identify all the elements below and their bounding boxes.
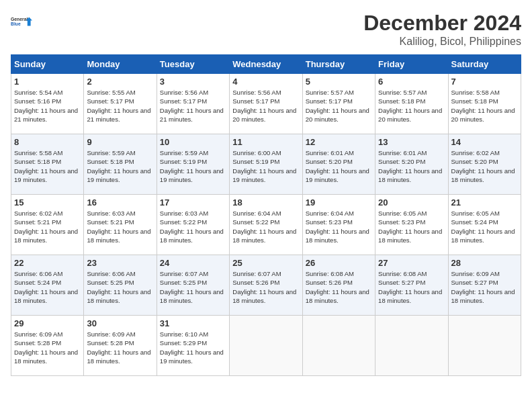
calendar-cell: 4Sunrise: 5:56 AMSunset: 5:17 PMDaylight…	[230, 74, 302, 134]
day-info: Sunrise: 6:03 AMSunset: 5:22 PMDaylight:…	[160, 209, 226, 244]
day-info: Sunrise: 6:08 AMSunset: 5:27 PMDaylight:…	[378, 269, 445, 305]
page-subtitle: Kaliliog, Bicol, Philippines	[363, 36, 521, 48]
day-info: Sunrise: 5:54 AMSunset: 5:16 PMDaylight:…	[14, 88, 81, 124]
calendar-cell: 29Sunrise: 6:09 AMSunset: 5:28 PMDayligh…	[11, 316, 84, 376]
day-info: Sunrise: 5:58 AMSunset: 5:18 PMDaylight:…	[14, 148, 81, 184]
calendar-week-row: 8Sunrise: 5:58 AMSunset: 5:18 PMDaylight…	[11, 134, 521, 195]
calendar-week-row: 29Sunrise: 6:09 AMSunset: 5:28 PMDayligh…	[11, 316, 521, 376]
day-number: 8	[14, 137, 81, 147]
calendar-cell: 23Sunrise: 6:06 AMSunset: 5:25 PMDayligh…	[84, 255, 157, 316]
day-info: Sunrise: 6:10 AMSunset: 5:29 PMDaylight:…	[160, 330, 226, 365]
calendar-cell: 24Sunrise: 6:07 AMSunset: 5:25 PMDayligh…	[157, 255, 229, 316]
day-info: Sunrise: 6:02 AMSunset: 5:20 PMDaylight:…	[451, 148, 518, 184]
day-number: 16	[87, 197, 153, 208]
day-info: Sunrise: 6:05 AMSunset: 5:24 PMDaylight:…	[451, 209, 518, 244]
page-title: December 2024	[363, 11, 521, 36]
day-number: 5	[306, 77, 372, 87]
day-number: 17	[160, 197, 226, 208]
calendar-cell: 15Sunrise: 6:02 AMSunset: 5:21 PMDayligh…	[11, 195, 84, 255]
calendar-week-row: 1Sunrise: 5:54 AMSunset: 5:16 PMDaylight…	[11, 74, 521, 134]
calendar-cell: 9Sunrise: 5:59 AMSunset: 5:18 PMDaylight…	[84, 134, 157, 195]
calendar-week-row: 15Sunrise: 6:02 AMSunset: 5:21 PMDayligh…	[11, 195, 521, 255]
calendar-cell: 20Sunrise: 6:05 AMSunset: 5:23 PMDayligh…	[375, 195, 448, 255]
calendar-cell: 30Sunrise: 6:09 AMSunset: 5:28 PMDayligh…	[84, 316, 157, 376]
day-number: 26	[306, 258, 372, 268]
col-wednesday: Wednesday	[230, 55, 302, 74]
col-thursday: Thursday	[302, 55, 375, 74]
day-number: 12	[306, 137, 372, 147]
day-number: 25	[232, 258, 299, 268]
day-info: Sunrise: 6:04 AMSunset: 5:23 PMDaylight:…	[306, 209, 372, 244]
calendar-cell: 18Sunrise: 6:04 AMSunset: 5:22 PMDayligh…	[230, 195, 302, 255]
day-info: Sunrise: 5:59 AMSunset: 5:18 PMDaylight:…	[87, 148, 153, 184]
svg-text:Blue: Blue	[11, 21, 21, 26]
day-info: Sunrise: 5:57 AMSunset: 5:18 PMDaylight:…	[378, 88, 445, 124]
calendar-cell: 12Sunrise: 6:01 AMSunset: 5:20 PMDayligh…	[302, 134, 375, 195]
col-saturday: Saturday	[448, 55, 521, 74]
day-info: Sunrise: 6:02 AMSunset: 5:21 PMDaylight:…	[14, 209, 81, 244]
calendar-cell: 26Sunrise: 6:08 AMSunset: 5:26 PMDayligh…	[302, 255, 375, 316]
logo-icon: GeneralBlue	[11, 11, 32, 32]
col-tuesday: Tuesday	[157, 55, 229, 74]
day-number: 21	[451, 197, 518, 208]
day-number: 20	[378, 197, 445, 208]
calendar-cell: 17Sunrise: 6:03 AMSunset: 5:22 PMDayligh…	[157, 195, 229, 255]
day-info: Sunrise: 5:56 AMSunset: 5:17 PMDaylight:…	[160, 88, 226, 124]
calendar-cell: 7Sunrise: 5:58 AMSunset: 5:18 PMDaylight…	[448, 74, 521, 134]
calendar-cell: 3Sunrise: 5:56 AMSunset: 5:17 PMDaylight…	[157, 74, 229, 134]
day-number: 31	[160, 318, 226, 328]
calendar-cell: 16Sunrise: 6:03 AMSunset: 5:21 PMDayligh…	[84, 195, 157, 255]
calendar-table: Sunday Monday Tuesday Wednesday Thursday…	[11, 54, 521, 376]
day-info: Sunrise: 6:05 AMSunset: 5:23 PMDaylight:…	[378, 209, 445, 244]
day-info: Sunrise: 6:01 AMSunset: 5:20 PMDaylight:…	[378, 148, 445, 184]
day-number: 18	[232, 197, 299, 208]
day-info: Sunrise: 6:06 AMSunset: 5:24 PMDaylight:…	[14, 269, 81, 305]
calendar-cell: 27Sunrise: 6:08 AMSunset: 5:27 PMDayligh…	[375, 255, 448, 316]
calendar-cell: 25Sunrise: 6:07 AMSunset: 5:26 PMDayligh…	[230, 255, 302, 316]
day-info: Sunrise: 5:58 AMSunset: 5:18 PMDaylight:…	[451, 88, 518, 124]
day-number: 9	[87, 137, 153, 147]
day-info: Sunrise: 5:56 AMSunset: 5:17 PMDaylight:…	[232, 88, 299, 124]
day-number: 23	[87, 258, 153, 268]
day-number: 7	[451, 77, 518, 87]
day-number: 29	[14, 318, 81, 328]
day-info: Sunrise: 6:00 AMSunset: 5:19 PMDaylight:…	[232, 148, 299, 184]
calendar-cell: 31Sunrise: 6:10 AMSunset: 5:29 PMDayligh…	[157, 316, 229, 376]
calendar-cell: 13Sunrise: 6:01 AMSunset: 5:20 PMDayligh…	[375, 134, 448, 195]
day-number: 27	[378, 258, 445, 268]
calendar-cell: 14Sunrise: 6:02 AMSunset: 5:20 PMDayligh…	[448, 134, 521, 195]
day-info: Sunrise: 6:03 AMSunset: 5:21 PMDaylight:…	[87, 209, 153, 244]
day-number: 11	[232, 137, 299, 147]
col-sunday: Sunday	[11, 55, 84, 74]
day-info: Sunrise: 5:55 AMSunset: 5:17 PMDaylight:…	[87, 88, 153, 124]
calendar-week-row: 22Sunrise: 6:06 AMSunset: 5:24 PMDayligh…	[11, 255, 521, 316]
calendar-cell: 8Sunrise: 5:58 AMSunset: 5:18 PMDaylight…	[11, 134, 84, 195]
day-number: 4	[232, 77, 299, 87]
day-number: 6	[378, 77, 445, 87]
calendar-cell	[230, 316, 302, 376]
day-number: 15	[14, 197, 81, 208]
page-header: GeneralBlue December 2024 Kaliliog, Bico…	[11, 11, 521, 48]
calendar-cell	[302, 316, 375, 376]
calendar-cell: 19Sunrise: 6:04 AMSunset: 5:23 PMDayligh…	[302, 195, 375, 255]
day-info: Sunrise: 5:57 AMSunset: 5:17 PMDaylight:…	[306, 88, 372, 124]
day-info: Sunrise: 6:08 AMSunset: 5:26 PMDaylight:…	[306, 269, 372, 305]
logo: GeneralBlue	[11, 11, 32, 32]
day-number: 30	[87, 318, 153, 328]
day-number: 1	[14, 77, 81, 87]
day-info: Sunrise: 6:09 AMSunset: 5:27 PMDaylight:…	[451, 269, 518, 305]
day-info: Sunrise: 6:04 AMSunset: 5:22 PMDaylight:…	[232, 209, 299, 244]
calendar-cell: 2Sunrise: 5:55 AMSunset: 5:17 PMDaylight…	[84, 74, 157, 134]
title-block: December 2024 Kaliliog, Bicol, Philippin…	[363, 11, 521, 48]
day-info: Sunrise: 6:09 AMSunset: 5:28 PMDaylight:…	[14, 330, 81, 365]
col-friday: Friday	[375, 55, 448, 74]
day-number: 22	[14, 258, 81, 268]
calendar-cell	[375, 316, 448, 376]
calendar-cell	[448, 316, 521, 376]
day-info: Sunrise: 5:59 AMSunset: 5:19 PMDaylight:…	[160, 148, 226, 184]
day-number: 3	[160, 77, 226, 87]
calendar-cell: 1Sunrise: 5:54 AMSunset: 5:16 PMDaylight…	[11, 74, 84, 134]
day-number: 24	[160, 258, 226, 268]
day-number: 10	[160, 137, 226, 147]
calendar-header-row: Sunday Monday Tuesday Wednesday Thursday…	[11, 55, 521, 74]
